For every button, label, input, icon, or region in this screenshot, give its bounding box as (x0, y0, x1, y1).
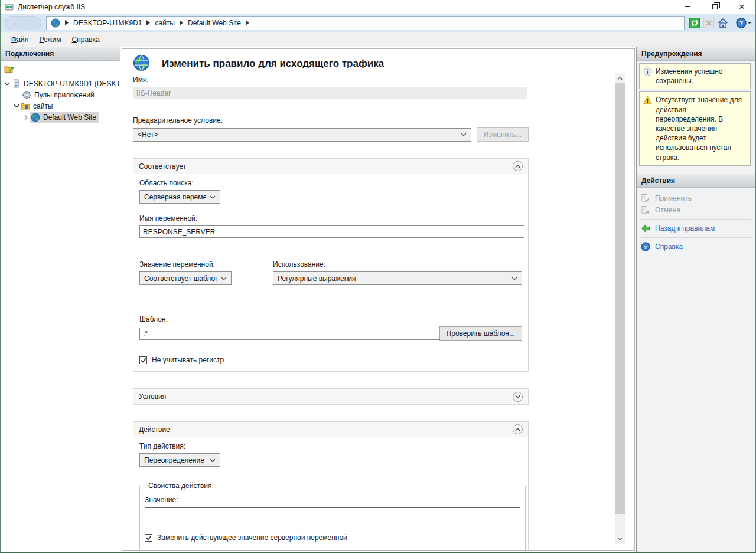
action-properties-legend: Свойства действия (146, 482, 214, 490)
close-button[interactable]: ✕ (728, 0, 755, 14)
ignore-case-row: Не учитывать регистр (139, 356, 522, 364)
back-arrow-icon (641, 224, 650, 233)
chevron-expanded-icon[interactable] (3, 81, 11, 86)
address-bar: ← → DESKTOP-U1MK9D1 сайты Default Web Si… (1, 14, 755, 32)
breadcrumb-item-sites[interactable]: сайты (155, 19, 175, 27)
help-icon: ? (641, 242, 650, 251)
breadcrumb-separator-icon (180, 20, 183, 25)
globe-icon (51, 18, 60, 28)
page-title-row: Изменить правило для исходящего трафика (133, 54, 529, 71)
minimize-button[interactable] (674, 0, 701, 14)
tree-item-app-pools[interactable]: Пулы приложений (1, 89, 120, 100)
cancel-action: Отмена (641, 204, 751, 216)
tree-item-default-web-site[interactable]: Default Web Site (1, 112, 120, 123)
tree-item-label: DESKTOP-U1MK9D1 (DESKTOP (24, 80, 120, 88)
title-bar: Диспетчер служб IIS ✕ (1, 0, 755, 14)
variable-name-input[interactable]: RESPONSE_SERVER (139, 225, 524, 238)
ignore-case-label: Не учитывать регистр (152, 356, 224, 364)
pattern-input[interactable]: .* (139, 328, 439, 340)
actions-divider (641, 237, 751, 238)
sites-folder-icon (21, 102, 30, 111)
toolbar-divider (19, 64, 19, 74)
tree-item-server[interactable]: DESKTOP-U1MK9D1 (DESKTOP (1, 78, 120, 89)
value-input[interactable] (145, 507, 520, 519)
tree-selection-highlight: Default Web Site (30, 112, 99, 123)
scroll-up-button[interactable] (615, 73, 625, 83)
match-section-header[interactable]: Соответствует (133, 159, 528, 174)
edit-precondition-button: Изменить... (477, 127, 529, 142)
url-rewrite-globe-icon (133, 54, 150, 71)
menu-file[interactable]: Файл (6, 33, 34, 46)
chevron-down-icon (221, 277, 227, 280)
scope-select[interactable]: Серверная переменн (139, 190, 220, 204)
replace-row: Заменить действующее значение серверной … (145, 534, 520, 542)
scroll-down-button[interactable] (615, 534, 625, 544)
chevron-down-icon (210, 195, 216, 199)
actions-divider (641, 219, 751, 220)
breadcrumb-separator-icon (246, 20, 249, 25)
alert-info-text: Изменения успешно сохранены. (656, 67, 747, 86)
conditions-section-header[interactable]: Условия (133, 389, 528, 404)
using-label: Использование: (273, 260, 522, 269)
using-select[interactable]: Регулярные выражения (273, 271, 522, 285)
tree-item-label: Default Web Site (43, 113, 96, 122)
chevron-expanded-icon[interactable] (12, 104, 21, 108)
test-pattern-button[interactable]: Проверить шаблон... (439, 326, 522, 341)
expand-section-button[interactable] (513, 392, 523, 402)
save-connection-icon[interactable] (4, 64, 14, 74)
breadcrumb-separator-icon (65, 20, 69, 25)
help-menu-button[interactable]: ? (736, 18, 751, 28)
tree-item-sites[interactable]: сайты (1, 100, 120, 112)
action-properties-group: Свойства действия Значение: Заменить дей… (139, 482, 526, 551)
breadcrumb-item-site[interactable]: Default Web Site (188, 19, 241, 27)
restore-icon (712, 4, 718, 9)
apply-icon (641, 194, 650, 203)
refresh-button[interactable] (689, 18, 700, 28)
info-icon (643, 67, 652, 86)
collapse-section-button[interactable] (513, 424, 523, 434)
app-icon (5, 2, 14, 12)
value-label: Значение: (145, 496, 520, 504)
tree-item-label: сайты (33, 102, 53, 110)
home-button[interactable] (718, 18, 728, 28)
ignore-case-checkbox[interactable] (139, 356, 147, 364)
chevron-collapsed-icon[interactable] (22, 114, 30, 120)
action-section: Действие Тип действия: Переопределение С… (133, 421, 529, 551)
replace-checkbox[interactable] (145, 534, 152, 542)
help-link[interactable]: ? Справка (641, 241, 751, 253)
name-label: Имя: (133, 76, 529, 84)
vertical-scrollbar[interactable] (615, 73, 625, 544)
breadcrumb[interactable]: DESKTOP-U1MK9D1 сайты Default Web Site (46, 16, 685, 30)
variable-name-label: Имя переменной: (139, 214, 522, 222)
minimize-icon (685, 6, 690, 7)
window-title: Диспетчер служб IIS (18, 3, 85, 11)
action-type-select[interactable]: Переопределение (139, 453, 220, 467)
breadcrumb-item-server[interactable]: DESKTOP-U1MK9D1 (73, 19, 142, 27)
connections-toolbar (1, 61, 120, 77)
navigation-buttons: ← → (5, 16, 41, 30)
scope-label: Область поиска: (139, 179, 522, 187)
restore-button[interactable] (701, 0, 728, 14)
address-toolbar: ? (689, 18, 751, 28)
feature-pane: Изменить правило для исходящего трафика … (120, 47, 636, 552)
menu-help[interactable]: Справка (67, 33, 105, 46)
collapse-section-button[interactable] (513, 161, 523, 171)
close-icon: ✕ (739, 2, 745, 11)
back-button[interactable]: ← (13, 19, 21, 27)
back-to-rules-link[interactable]: Назад к правилам (641, 222, 751, 234)
scrollbar-thumb[interactable] (615, 83, 625, 514)
menu-bar: Файл Режим Справка (1, 32, 755, 47)
tree-item-label: Пулы приложений (34, 91, 94, 99)
actions-header: Действия (637, 174, 755, 188)
forward-button[interactable]: → (26, 19, 34, 27)
name-field: IIS-Header (133, 87, 527, 99)
action-section-header[interactable]: Действие (133, 422, 528, 437)
alert-info: Изменения успешно сохранены. (639, 63, 751, 89)
connections-panel: Подключения DESKTOP-U1MK9D1 (DESKTOP Пул… (1, 47, 120, 552)
variable-value-select[interactable]: Соответствует шаблону (139, 271, 232, 285)
cancel-icon (641, 205, 650, 215)
server-icon (11, 79, 21, 89)
precondition-select[interactable]: <Нет> (133, 128, 471, 142)
menu-view[interactable]: Режим (34, 33, 67, 46)
variable-value-label: Значение переменной: (139, 260, 232, 269)
